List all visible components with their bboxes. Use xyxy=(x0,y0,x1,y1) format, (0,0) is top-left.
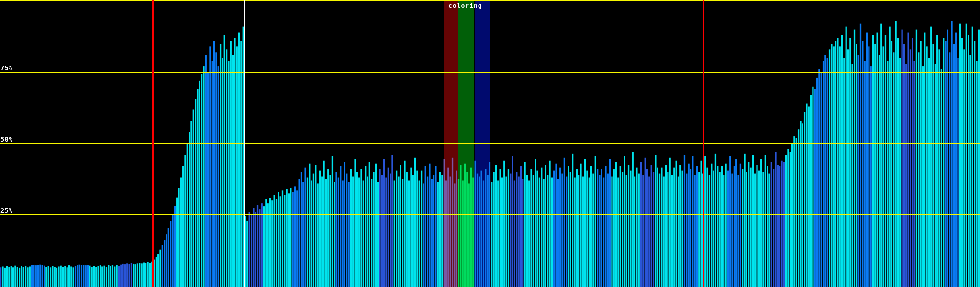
y-axis-label-50: 50% xyxy=(0,136,12,143)
y-axis-label-25: 25% xyxy=(0,207,12,214)
coloring-legend-label: coloring xyxy=(448,2,482,9)
y-axis-label-75: 75% xyxy=(0,65,12,72)
bar-histogram-canvas xyxy=(0,0,980,287)
usage-history-chart: coloring 75%50%25% xyxy=(0,0,980,287)
